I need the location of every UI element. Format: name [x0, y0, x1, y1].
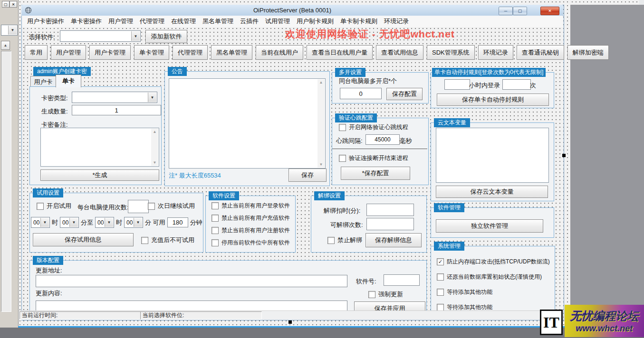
multi-open-save-button[interactable]: 保存配置: [386, 88, 423, 100]
update-addr-input[interactable]: [36, 275, 347, 287]
multi-open-input[interactable]: 0: [340, 88, 382, 99]
menu-item-blacklist-mgmt[interactable]: 黑名单管理: [199, 16, 237, 27]
maximize-button[interactable]: ▢: [513, 7, 527, 15]
card-ban-times-input[interactable]: [502, 79, 531, 90]
trial-min-end-select[interactable]: 00 ▼: [124, 217, 143, 228]
trial-per-pc-input[interactable]: [128, 200, 149, 213]
generate-button[interactable]: *生成: [40, 169, 159, 181]
card-ban-hours-input[interactable]: [444, 79, 470, 90]
menu-item-user-mgmt[interactable]: 用户管理: [105, 16, 136, 27]
nav-today-online-button[interactable]: 查看当日在线用户量: [307, 45, 373, 60]
nav-single-card-mgmt-button[interactable]: 单卡管理: [134, 45, 169, 60]
trial-no-after-pay-label: 充值后不可试用: [151, 236, 194, 244]
chevron-down-icon: ▼: [8, 26, 17, 35]
disable-all-software-checkbox[interactable]: [211, 239, 219, 246]
unbind-forbid-checkbox[interactable]: [327, 237, 335, 244]
nav-trial-info-button[interactable]: 查看试用信息: [376, 45, 423, 60]
notice-maxlength-hint: 注* 最大长度65534: [169, 171, 221, 180]
notice-textarea[interactable]: ▲▼: [169, 78, 326, 169]
heartbeat-enable-row: 开启网络验证心跳线程: [339, 123, 408, 131]
menu-item-user-card-rules[interactable]: 用户制卡规则: [293, 16, 337, 27]
notice-save-button[interactable]: 保存: [288, 169, 327, 182]
notice-title: 公告: [168, 67, 187, 76]
pending-feature-checkbox-2[interactable]: [437, 304, 444, 311]
cloud-text-save-button[interactable]: 保存云文本变量: [436, 186, 548, 198]
card-ban-save-button[interactable]: 保存单卡自动停封规则: [437, 94, 549, 106]
minimize-button[interactable]: ─: [499, 7, 513, 15]
force-update-checkbox[interactable]: [368, 291, 375, 298]
title-bar[interactable]: OiProtectServer (Beta 0001) ─ ▢ ✕: [21, 5, 563, 16]
menu-item-agent-mgmt[interactable]: 代理管理: [136, 16, 168, 27]
nav-agent-mgmt-button[interactable]: 代理管理: [173, 45, 208, 60]
chevron-down-icon: ▼: [69, 218, 78, 227]
software-no-input[interactable]: [384, 274, 420, 286]
trial-hour-start-select[interactable]: 00 ▼: [31, 217, 50, 228]
menu-item-env-log[interactable]: 环境记录: [381, 16, 412, 27]
generate-qty-input[interactable]: 1: [72, 105, 161, 115]
forbid-login-label: 禁止当前所有用户登录软件: [221, 202, 290, 210]
nav-sdk-mgmt-button[interactable]: SDK管理系统: [427, 45, 475, 60]
reset-db-checkbox[interactable]: [437, 273, 444, 281]
cloud-text-textarea[interactable]: [436, 128, 549, 183]
nav-env-log-button[interactable]: 环境记录: [478, 45, 513, 60]
heartbeat-enable-checkbox[interactable]: [339, 124, 346, 131]
selection-handle-right[interactable]: [562, 154, 566, 157]
arrow-down-icon: ▼: [319, 161, 323, 168]
nav-blacklist-mgmt-button[interactable]: 黑名单管理: [211, 45, 252, 60]
back-window-scroll-up[interactable]: ▲: [1, 41, 10, 50]
heartbeat-disconnect-checkbox[interactable]: [339, 155, 346, 162]
software-select[interactable]: ▼: [60, 30, 141, 42]
trial-next-day-checkbox[interactable]: [148, 203, 155, 210]
nav-online-users-button[interactable]: 当前在线用户: [256, 45, 303, 60]
forbid-login-checkbox[interactable]: [211, 202, 219, 209]
nav-common-button[interactable]: 常用: [25, 45, 48, 60]
menu-item-trial-mgmt[interactable]: 试用管理: [262, 16, 293, 27]
heartbeat-save-button[interactable]: *保存配置: [341, 167, 410, 180]
nav-user-mgmt-button[interactable]: 用户管理: [51, 45, 86, 60]
close-icon: ✕: [12, 2, 15, 7]
nav-user-card-mgmt-button[interactable]: 用户卡管理: [89, 45, 131, 60]
ss-row-4: 停用当前软件位中所有软件: [211, 239, 290, 247]
ss-row-2: 禁止当前所有用户充值软件: [211, 214, 290, 222]
forbid-recharge-checkbox[interactable]: [211, 215, 219, 222]
back-window-maximize-button[interactable]: ▢: [2, 1, 10, 8]
reset-db-label: 还原当前数据库置初始状态(谨慎使用): [447, 273, 542, 281]
menu-item-single-card-ops[interactable]: 单卡密操作: [67, 16, 105, 27]
close-button[interactable]: ✕: [540, 7, 559, 15]
back-window-combobox[interactable]: ▼: [1, 25, 18, 36]
menu-item-user-card-ops[interactable]: 用户卡密操作: [24, 16, 67, 27]
scrollbar[interactable]: ▲▼: [317, 79, 325, 168]
tab-single-card[interactable]: 单卡: [56, 75, 81, 87]
standalone-software-button[interactable]: 独立软件管理: [436, 219, 543, 233]
add-software-button[interactable]: 添加新软件: [145, 30, 187, 43]
trial-min-start-select[interactable]: 00 ▼: [60, 217, 79, 228]
trial-no-after-pay-checkbox[interactable]: [141, 237, 148, 244]
forbid-register-checkbox[interactable]: [211, 227, 219, 234]
arrow-up-icon: ▲: [4, 43, 8, 47]
back-window-close-button[interactable]: ✕: [10, 1, 17, 8]
menu-item-cloud-plugin[interactable]: 云插件: [237, 16, 262, 27]
nav-unbind-client-button[interactable]: 解绑加密端: [567, 45, 609, 60]
trial-minutes-input[interactable]: 180: [167, 217, 188, 227]
trial-enable-checkbox[interactable]: [37, 203, 44, 210]
trial-save-button[interactable]: 保存试用信息: [33, 233, 134, 246]
window-title: OiProtectServer (Beta 0001): [21, 5, 563, 16]
scrollbar[interactable]: ▲▼: [151, 129, 158, 166]
trial-hour-end-select[interactable]: 00 ▼: [95, 217, 114, 228]
menu-item-single-card-rules[interactable]: 单卡制卡规则: [337, 16, 381, 27]
selection-handle-bottom[interactable]: [288, 320, 292, 324]
card-note-textarea[interactable]: ▲▼: [40, 128, 159, 167]
unbind-save-button[interactable]: 保存解绑信息: [365, 233, 422, 247]
unbind-deduct-input[interactable]: [366, 204, 414, 216]
unbind-count-input[interactable]: [366, 218, 414, 230]
heartbeat-interval-input[interactable]: 45000: [365, 134, 400, 145]
menu-bar: 用户卡密操作 单卡密操作 用户管理 代理管理 在线管理 黑名单管理 云插件 试用…: [22, 16, 563, 27]
card-type-select[interactable]: ▼: [72, 92, 157, 103]
pending-feature-checkbox-1[interactable]: [437, 289, 444, 296]
trial-time-row: 00 ▼ 时 00 ▼ 分至 00 ▼ 时 00 ▼ 分 可用 180 分钟: [31, 217, 202, 228]
trial-no-after-pay-row: 充值后不可试用: [141, 236, 194, 244]
forbid-recharge-label: 禁止当前所有用户充值软件: [221, 214, 290, 222]
anti-attack-checkbox[interactable]: [437, 258, 444, 265]
menu-item-online-mgmt[interactable]: 在线管理: [168, 16, 199, 27]
nav-comm-key-button[interactable]: 查看通讯秘钥: [517, 45, 564, 60]
